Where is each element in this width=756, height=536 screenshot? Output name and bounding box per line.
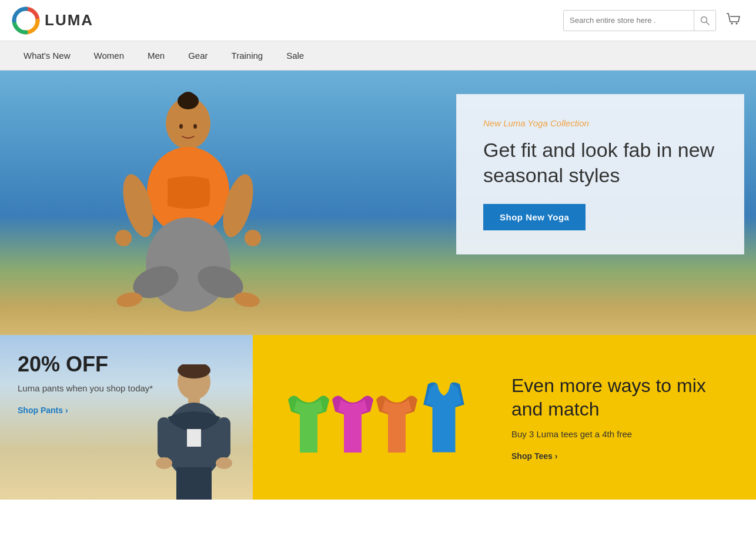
nav-item-sale[interactable]: Sale: [275, 41, 316, 71]
nav-item-men[interactable]: Men: [136, 41, 176, 71]
panel-right-content: Even more ways to mix and match Buy 3 Lu…: [511, 374, 738, 461]
panel-left: 20% OFF Luma pants when you shop today* …: [0, 335, 253, 500]
svg-point-19: [179, 124, 183, 129]
svg-point-4: [736, 22, 738, 24]
cart-button[interactable]: [723, 9, 744, 32]
search-button[interactable]: [694, 11, 715, 31]
man-figure: [147, 364, 241, 500]
logo-area: LUMA: [12, 6, 93, 35]
panel-left-content: 20% OFF Luma pants when you shop today* …: [18, 353, 153, 416]
nav-item-whats-new[interactable]: What's New: [12, 41, 82, 71]
svg-rect-27: [218, 417, 230, 458]
svg-point-7: [181, 92, 195, 103]
svg-point-29: [216, 457, 232, 469]
svg-rect-30: [176, 467, 212, 500]
shop-pants-link[interactable]: Shop Pants ›: [18, 406, 68, 415]
svg-point-11: [115, 230, 132, 246]
svg-point-28: [156, 457, 172, 469]
svg-rect-26: [158, 417, 170, 458]
hero-card-subtitle: New Luma Yoga Collection: [483, 118, 717, 128]
nav-item-gear[interactable]: Gear: [176, 41, 219, 71]
panel-right-title: Even more ways to mix and match: [511, 374, 738, 421]
hero-banner: New Luma Yoga Collection Get fit and loo…: [0, 71, 756, 335]
panel-discount-title: 20% OFF: [18, 353, 153, 376]
search-input[interactable]: [564, 11, 694, 31]
search-icon: [700, 16, 710, 25]
svg-rect-25: [187, 429, 201, 447]
hero-card: New Luma Yoga Collection Get fit and loo…: [456, 94, 744, 254]
shop-yoga-button[interactable]: Shop New Yoga: [483, 204, 586, 230]
svg-point-13: [245, 230, 261, 246]
header: LUMA: [0, 0, 756, 41]
main-nav: What's New Women Men Gear Training Sale: [0, 41, 756, 71]
panel-right-subtitle: Buy 3 Luma tees get a 4th free: [511, 428, 738, 440]
luma-logo-icon: [12, 6, 40, 35]
svg-point-14: [146, 217, 230, 311]
nav-item-training[interactable]: Training: [220, 41, 275, 71]
hero-card-title: Get fit and look fab in new seasonal sty…: [483, 138, 717, 187]
logo-text: LUMA: [45, 11, 93, 29]
hero-woman-figure: [71, 82, 294, 335]
svg-line-2: [707, 22, 710, 25]
bottom-panels: 20% OFF Luma pants when you shop today* …: [0, 335, 756, 500]
svg-point-20: [193, 124, 197, 129]
tees-display: [282, 379, 464, 455]
shop-tees-link[interactable]: Shop Tees ›: [511, 451, 557, 461]
cart-icon: [725, 11, 742, 28]
svg-point-3: [731, 22, 733, 24]
search-box: [563, 10, 716, 31]
header-right: [563, 9, 744, 32]
panel-discount-subtitle: Luma pants when you shop today*: [18, 382, 153, 394]
panel-right: Even more ways to mix and match Buy 3 Lu…: [253, 335, 756, 500]
tee-blue: [414, 379, 473, 455]
nav-item-women[interactable]: Women: [82, 41, 136, 71]
